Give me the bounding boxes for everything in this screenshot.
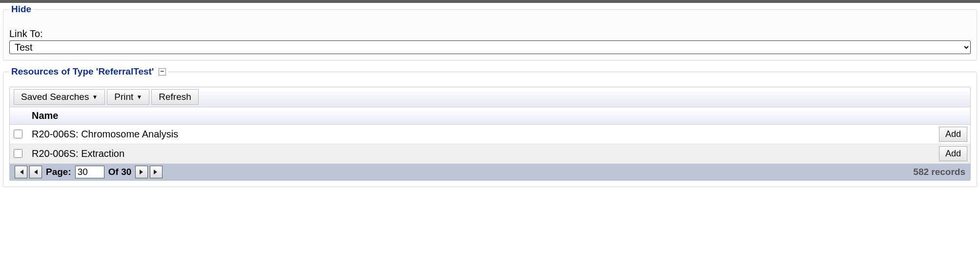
last-page-button[interactable] xyxy=(150,166,163,178)
first-page-icon xyxy=(18,169,24,175)
table-header-row: Name xyxy=(10,107,970,125)
hide-panel-legend[interactable]: Hide xyxy=(9,4,33,15)
collapse-icon[interactable]: − xyxy=(159,68,166,76)
header-checkbox-col xyxy=(10,107,26,125)
records-count-label: 582 records xyxy=(913,167,965,177)
row-checkbox[interactable] xyxy=(14,149,22,158)
resources-table: Name R20-006S: Chromosome Analysis Add R… xyxy=(10,107,970,164)
row-name-cell: R20-006S: Extraction xyxy=(26,144,936,164)
table-row: R20-006S: Extraction Add xyxy=(10,144,970,164)
print-button[interactable]: Print ▼ xyxy=(107,89,149,105)
page-of-label: Of 30 xyxy=(108,167,132,177)
saved-searches-label: Saved Searches xyxy=(21,92,89,102)
resources-panel-legend: Resources of Type 'ReferralTest' − xyxy=(9,66,168,77)
resources-legend-text: Resources of Type 'ReferralTest' xyxy=(11,66,154,77)
last-page-icon xyxy=(153,169,160,175)
header-name-col[interactable]: Name xyxy=(26,107,936,125)
grid-toolbar: Saved Searches ▼ Print ▼ Refresh xyxy=(10,87,970,107)
refresh-button[interactable]: Refresh xyxy=(151,89,199,105)
refresh-label: Refresh xyxy=(159,92,191,102)
resources-panel: Resources of Type 'ReferralTest' − Saved… xyxy=(3,66,977,187)
row-name-cell: R20-006S: Chromosome Analysis xyxy=(26,125,936,144)
link-to-label: Link To: xyxy=(9,28,971,39)
table-row: R20-006S: Chromosome Analysis Add xyxy=(10,125,970,144)
link-to-select[interactable]: Test xyxy=(9,40,971,54)
prev-page-button[interactable] xyxy=(29,166,42,178)
chevron-down-icon: ▼ xyxy=(136,94,142,100)
first-page-button[interactable] xyxy=(15,166,27,178)
window-titlebar-strip xyxy=(0,0,980,3)
saved-searches-button[interactable]: Saved Searches ▼ xyxy=(14,89,105,105)
page-input[interactable] xyxy=(75,166,104,178)
add-button[interactable]: Add xyxy=(939,127,967,142)
hide-link[interactable]: Hide xyxy=(11,4,31,14)
add-button[interactable]: Add xyxy=(939,146,967,161)
page-label: Page: xyxy=(46,167,71,177)
next-page-icon xyxy=(138,169,145,175)
prev-page-icon xyxy=(32,169,39,175)
resources-grid-wrap: Saved Searches ▼ Print ▼ Refresh Name xyxy=(9,87,971,181)
row-checkbox[interactable] xyxy=(14,130,22,138)
chevron-down-icon: ▼ xyxy=(92,94,98,100)
hide-panel: Hide Link To: Test xyxy=(3,4,977,60)
header-action-col xyxy=(936,107,970,125)
next-page-button[interactable] xyxy=(135,166,148,178)
pager: Page: Of 30 582 records xyxy=(10,164,970,180)
print-label: Print xyxy=(114,92,133,102)
